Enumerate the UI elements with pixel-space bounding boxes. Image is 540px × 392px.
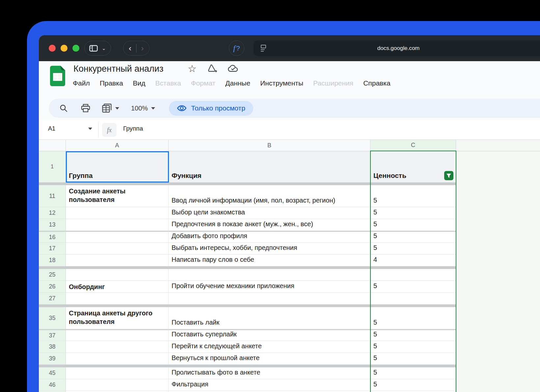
name-box-caret[interactable]	[88, 128, 92, 130]
cell-c[interactable]: 5	[370, 281, 456, 293]
row-header[interactable]: 11	[39, 185, 66, 207]
cell-a[interactable]	[66, 329, 169, 341]
row-header[interactable]: 27	[39, 293, 66, 305]
row-header[interactable]: 37	[39, 329, 66, 341]
cell-b[interactable]: Выбрать интересы, хобби, предпочтения	[169, 243, 370, 255]
function-help-button[interactable]: f?	[229, 40, 244, 56]
cell-a[interactable]	[66, 269, 169, 281]
column-header-a[interactable]: A	[66, 140, 169, 151]
cell-b[interactable]: Вернуться к прошлой анкете	[169, 353, 370, 365]
forward-button[interactable]: ›	[141, 44, 144, 52]
row-header[interactable]: 18	[39, 255, 66, 266]
zoom-dropdown-caret[interactable]	[151, 107, 155, 110]
cell-b[interactable]: Выбор цели знакомства	[169, 207, 370, 219]
row-header[interactable]: 1	[39, 151, 66, 183]
cell-b[interactable]: Фильтрация	[169, 379, 370, 391]
menu-инструменты[interactable]: Инструменты	[260, 79, 303, 87]
cell-b1[interactable]: Функция	[169, 151, 370, 183]
row-header[interactable]: 12	[39, 207, 66, 219]
cell-a[interactable]: Создание анкеты пользователя	[66, 185, 169, 207]
menu-данные[interactable]: Данные	[225, 79, 250, 87]
cell-a[interactable]	[66, 341, 169, 353]
cell-a[interactable]: Страница анкеты другого пользователя	[66, 307, 169, 329]
cell-a[interactable]: Онбординг	[66, 281, 169, 293]
print-icon[interactable]	[81, 104, 90, 112]
cell-c[interactable]: 5	[370, 329, 456, 341]
cell-a[interactable]	[66, 231, 169, 243]
cell-a[interactable]	[66, 243, 169, 255]
cell-b[interactable]: Пролистывать фото в анкете	[169, 367, 370, 379]
menu-вид[interactable]: Вид	[133, 79, 146, 87]
minimize-window-button[interactable]	[61, 45, 68, 52]
cell-c1[interactable]: Ценность	[370, 151, 456, 183]
cell-c[interactable]: 5	[370, 231, 456, 243]
star-icon[interactable]: ☆	[188, 64, 197, 74]
cell-a[interactable]	[66, 255, 169, 266]
row-header[interactable]: 26	[39, 281, 66, 293]
cell-c[interactable]: 5	[370, 219, 456, 231]
cell-c[interactable]: 5	[370, 353, 456, 365]
cell-a[interactable]	[66, 353, 169, 365]
cell-c[interactable]: 5	[370, 341, 456, 353]
cell-a[interactable]	[66, 207, 169, 219]
cell-b[interactable]: Добавить фото профиля	[169, 231, 370, 243]
select-all-corner[interactable]	[39, 140, 66, 151]
cell-c[interactable]	[370, 293, 456, 305]
menu-файл[interactable]: Файл	[73, 79, 90, 87]
format-grid-icon[interactable]	[102, 104, 112, 113]
browser-window: ⌄ ‹ › f? docs.google.com Конкурен	[39, 35, 540, 392]
cell-b[interactable]	[169, 269, 370, 281]
menu-справка[interactable]: Справка	[363, 79, 390, 87]
row-header[interactable]: 38	[39, 341, 66, 353]
table-row: 13 Предпочтения в показе анкет (муж., же…	[39, 219, 540, 231]
view-only-button[interactable]: Только просмотр	[169, 101, 253, 116]
menu-правка[interactable]: Правка	[100, 79, 123, 87]
address-bar[interactable]: docs.google.com	[254, 40, 540, 56]
cell-b[interactable]: Перейти к следующей анкете	[169, 341, 370, 353]
name-box[interactable]: A1	[48, 125, 55, 132]
zoom-window-button[interactable]	[72, 45, 79, 52]
row-header[interactable]: 17	[39, 243, 66, 255]
cell-b[interactable]: Предпочтения в показе анкет (муж., жен.,…	[169, 219, 370, 231]
row-header[interactable]: 25	[39, 269, 66, 281]
search-icon[interactable]	[59, 104, 68, 112]
cell-a1[interactable]: Группа	[66, 151, 169, 183]
cell-b[interactable]: Написать пару слов о себе	[169, 255, 370, 266]
filter-icon[interactable]	[444, 171, 453, 180]
row-header[interactable]: 45	[39, 367, 66, 379]
cell-c[interactable]: 5	[370, 243, 456, 255]
document-title[interactable]: Конкурентный анализ	[73, 64, 163, 74]
cell-a[interactable]	[66, 379, 169, 391]
cell-c[interactable]: 5	[370, 207, 456, 219]
cell-c[interactable]	[370, 269, 456, 281]
cell-b[interactable]: Поставить суперлайк	[169, 329, 370, 341]
cell-c[interactable]: 5	[370, 379, 456, 391]
row-header[interactable]: 39	[39, 353, 66, 365]
cell-b[interactable]: Ввод личной информации (имя, пол, возрас…	[169, 185, 370, 207]
sidebar-toggle-group[interactable]: ⌄	[84, 41, 111, 56]
page-settings-icon[interactable]	[261, 45, 267, 52]
column-header-b[interactable]: B	[169, 140, 370, 151]
cell-b[interactable]: Поставить лайк	[169, 307, 370, 329]
cell-c[interactable]: 4	[370, 255, 456, 266]
zoom-level[interactable]: 100%	[131, 105, 148, 112]
cell-a[interactable]	[66, 367, 169, 379]
formula-input[interactable]: Группа	[123, 125, 143, 132]
row-header[interactable]: 35	[39, 307, 66, 329]
row-header[interactable]: 46	[39, 379, 66, 391]
cell-b[interactable]	[169, 293, 370, 305]
format-dropdown-caret[interactable]	[115, 107, 119, 110]
column-header-c[interactable]: C	[370, 140, 456, 151]
google-sheets-icon[interactable]	[50, 66, 65, 86]
close-window-button[interactable]	[49, 45, 56, 52]
cell-c[interactable]: 5	[370, 185, 456, 207]
cell-c[interactable]: 5	[370, 307, 456, 329]
row-header[interactable]: 16	[39, 231, 66, 243]
row-header[interactable]: 13	[39, 219, 66, 231]
cell-a[interactable]	[66, 219, 169, 231]
back-button[interactable]: ‹	[129, 44, 131, 52]
cell-b[interactable]: Пройти обучение механики приложения	[169, 281, 370, 293]
cell-a[interactable]	[66, 293, 169, 305]
move-to-drive-icon[interactable]	[207, 64, 217, 73]
cell-c[interactable]: 5	[370, 367, 456, 379]
